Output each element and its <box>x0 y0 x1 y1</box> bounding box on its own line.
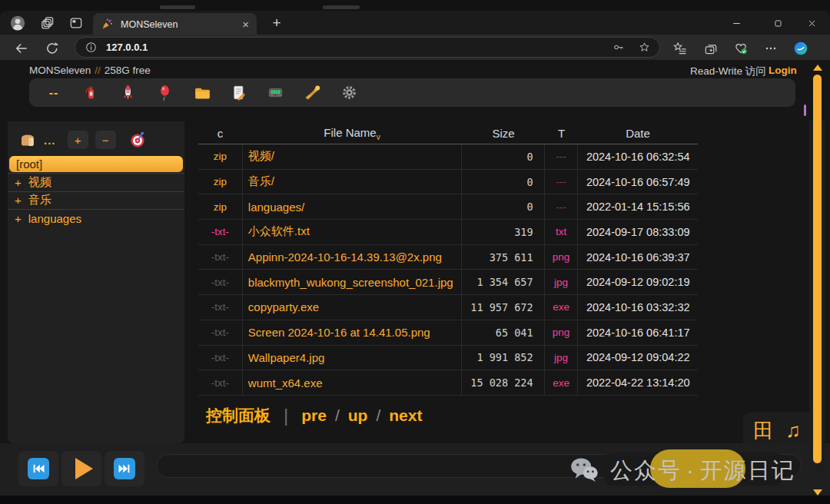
tab-close-icon[interactable]: × <box>241 18 251 30</box>
play-icon <box>75 458 93 479</box>
browser-essentials-icon[interactable] <box>732 39 750 58</box>
gear-icon[interactable] <box>330 81 367 104</box>
scrollbar-thumb[interactable] <box>813 75 822 463</box>
row-file-link[interactable]: 小众软件.txt <box>242 220 461 244</box>
seek-bar[interactable] <box>156 454 802 478</box>
row-file-link[interactable]: 音乐/ <box>242 170 461 194</box>
row-file-link[interactable]: wumt_x64.exe <box>242 370 461 395</box>
trumpet-icon[interactable] <box>294 81 330 104</box>
expand-toggle[interactable]: + <box>15 176 22 189</box>
sidebar: ... + − [root]+视频+音乐+languages <box>8 121 184 443</box>
row-file-link[interactable]: Screen 2024-10-16 at 14.41.05.png <box>242 320 461 345</box>
row-compress-link[interactable]: zip <box>198 176 242 187</box>
close-button[interactable] <box>796 12 827 34</box>
nav-pre-link[interactable]: pre <box>301 406 327 425</box>
audio-player-toggle[interactable]: ♫ <box>785 420 801 440</box>
folder-icon[interactable] <box>183 81 220 104</box>
sidebar-item-root[interactable]: [root] <box>9 156 183 172</box>
collections-icon[interactable] <box>702 39 720 58</box>
header-type[interactable]: T <box>545 127 578 140</box>
row-type: exe <box>544 295 579 320</box>
row-compress-link[interactable]: -txt- <box>198 251 242 263</box>
table-row: -txt-小众软件.txt319txt2024-09-17 08:33:09 <box>198 220 698 245</box>
browser-titlebar: MONSeleven × + <box>0 11 830 35</box>
party-popper-icon <box>99 17 115 32</box>
tree-expand-button[interactable]: + <box>68 131 88 149</box>
control-panel-link[interactable]: 控制面板 <box>206 405 271 426</box>
header-compress[interactable]: c <box>198 127 242 140</box>
next-track-button[interactable] <box>105 451 144 486</box>
sidebar-item-languages[interactable]: +languages <box>8 209 184 227</box>
scrollbar-up-icon[interactable] <box>813 65 822 71</box>
table-row: -txt-Wallpaper4.jpg1 991 852jpg2024-09-1… <box>198 346 698 371</box>
row-compress-link[interactable]: -txt- <box>198 301 242 313</box>
workspaces-icon[interactable] <box>38 14 57 32</box>
play-button[interactable] <box>61 451 101 486</box>
profile-avatar[interactable] <box>8 14 27 32</box>
row-size: 375 611 <box>461 245 544 270</box>
password-icon[interactable] <box>610 40 626 55</box>
dart-icon[interactable] <box>129 131 148 149</box>
row-compress-link[interactable]: -txt- <box>198 277 242 288</box>
previous-track-button[interactable] <box>18 451 58 486</box>
refresh-icon[interactable] <box>43 39 61 58</box>
row-compress-link[interactable]: -txt- <box>198 327 242 338</box>
row-compress-link[interactable]: -txt- <box>198 352 242 363</box>
table-row: -txt-wumt_x64.exe15 028 224exe2022-04-22… <box>198 370 698 396</box>
browser-tab[interactable]: MONSeleven × <box>93 13 257 35</box>
row-compress-link[interactable]: -txt- <box>198 226 242 237</box>
expand-toggle[interactable]: + <box>15 212 22 225</box>
nav-slash: / <box>376 406 380 425</box>
row-file-link[interactable]: copyparty.exe <box>242 295 461 320</box>
sidebar-item-videos[interactable]: +视频 <box>8 173 184 191</box>
tree-dots-button[interactable]: ... <box>44 134 56 147</box>
desktop-artifact <box>160 5 195 9</box>
row-file-link[interactable]: Appinn-2024-10-16-14.39.13@2x.png <box>242 245 461 270</box>
site-title[interactable]: MONSeleven <box>29 65 91 76</box>
favorites-list-icon[interactable] <box>671 39 689 58</box>
scrollbar-down-icon[interactable] <box>813 489 822 496</box>
minimize-button[interactable] <box>721 12 752 34</box>
back-icon[interactable] <box>12 39 31 58</box>
row-size: 1 991 852 <box>461 346 544 370</box>
address-bar[interactable]: 127.0.0.1 <box>75 37 660 58</box>
expand-toggle[interactable]: + <box>15 194 22 207</box>
header-size[interactable]: Size <box>462 127 545 140</box>
new-tab-button[interactable]: + <box>267 14 286 32</box>
browser-navbar: 127.0.0.1 <box>0 35 830 60</box>
row-size: 0 <box>461 170 544 194</box>
maximize-button[interactable] <box>762 12 793 34</box>
dashes-toggle-icon[interactable]: -- <box>35 81 72 104</box>
pager-icon[interactable] <box>257 81 294 104</box>
grid-view-toggle[interactable]: 田 <box>753 420 773 440</box>
url-text[interactable]: 127.0.0.1 <box>106 41 610 53</box>
bread-icon[interactable] <box>18 131 37 149</box>
tree-collapse-button[interactable]: − <box>95 131 116 149</box>
row-compress-link[interactable]: -txt- <box>198 377 242 389</box>
row-file-link[interactable]: blackmyth_wukong_screenshot_021.jpg <box>242 270 461 294</box>
nav-up-link[interactable]: up <box>348 406 368 425</box>
sidebar-item-label: 视频 <box>28 175 51 190</box>
row-file-link[interactable]: Wallpaper4.jpg <box>242 346 461 370</box>
nav-next-link[interactable]: next <box>389 406 422 425</box>
row-file-link[interactable]: 视频/ <box>242 144 461 169</box>
balloon-icon[interactable] <box>146 81 183 104</box>
row-compress-link[interactable]: zip <box>198 151 242 162</box>
path-separator: // <box>95 65 101 76</box>
header-date[interactable]: Date <box>578 127 698 140</box>
row-date: 2024-09-12 09:04:22 <box>578 346 698 370</box>
sidebar-item-music[interactable]: +音乐 <box>8 191 184 210</box>
fire-extinguisher-icon[interactable] <box>72 81 109 104</box>
copilot-icon[interactable] <box>792 39 810 58</box>
tab-actions-icon[interactable] <box>67 14 85 32</box>
table-row: -txt-Appinn-2024-10-16-14.39.13@2x.png37… <box>198 245 698 270</box>
site-info-icon[interactable] <box>83 40 98 55</box>
row-compress-link[interactable]: zip <box>198 201 242 213</box>
memo-icon[interactable] <box>220 81 257 104</box>
login-link[interactable]: Login <box>769 65 797 76</box>
favorite-star-icon[interactable] <box>636 40 652 55</box>
more-menu-icon[interactable] <box>762 39 780 58</box>
header-file-name[interactable]: File Namev <box>242 126 462 141</box>
row-file-link[interactable]: languages/ <box>242 194 461 219</box>
rocket-icon[interactable] <box>109 81 146 104</box>
